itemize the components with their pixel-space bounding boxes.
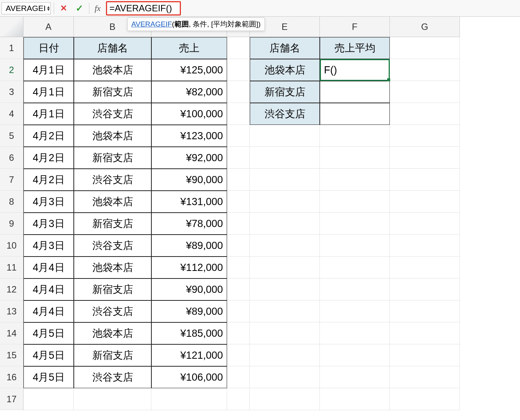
cell-sales[interactable]: ¥90,000 [151,169,227,191]
cell-store[interactable]: 渋谷支店 [74,366,151,388]
cell-date[interactable]: 4月2日 [23,147,74,169]
cell-e[interactable] [250,213,320,235]
cell-date[interactable]: 4月4日 [23,300,74,322]
cell-f[interactable] [320,125,390,147]
cell-sales[interactable]: ¥92,000 [151,147,227,169]
name-box-stepper[interactable]: ▴ ▾ [47,6,50,11]
cell-f[interactable] [320,147,390,169]
cell-store-right[interactable]: 渋谷支店 [250,103,320,125]
cell-blank[interactable] [320,388,390,410]
cell-sales[interactable]: ¥100,000 [151,103,227,125]
cell-date[interactable]: 4月1日 [23,59,74,81]
accept-button[interactable]: ✓ [73,2,86,14]
cell-date[interactable]: 4月5日 [23,366,74,388]
row-header-6[interactable]: 6 [0,147,23,169]
cell-d[interactable] [227,59,250,81]
col-header-a[interactable]: A [23,17,74,37]
header-date[interactable]: 日付 [23,37,74,59]
function-tooltip[interactable]: AVERAGEIF(範囲, 条件, [平均対象範囲]) [127,17,265,31]
cell-sales[interactable]: ¥89,000 [151,235,227,257]
cell-g[interactable] [390,191,460,213]
cell-d[interactable] [227,213,250,235]
cell-d[interactable] [227,322,250,344]
cell-f[interactable] [320,322,390,344]
cell-store[interactable]: 新宿支店 [74,213,151,235]
cell-d[interactable] [227,169,250,191]
formula-input[interactable] [109,3,177,14]
cell-date[interactable]: 4月5日 [23,344,74,366]
cell-store-right[interactable]: 新宿支店 [250,81,320,103]
cell-f[interactable] [320,235,390,257]
cell-e[interactable] [250,344,320,366]
cell-d[interactable] [227,344,250,366]
row-header-10[interactable]: 10 [0,235,23,257]
row-header-15[interactable]: 15 [0,344,23,366]
row-header-3[interactable]: 3 [0,81,23,103]
cell-sales[interactable]: ¥106,000 [151,366,227,388]
row-header-1[interactable]: 1 [0,37,23,59]
cell-blank[interactable] [151,388,227,410]
cell-e[interactable] [250,278,320,300]
cell-blank[interactable] [227,388,250,410]
cell-date[interactable]: 4月3日 [23,191,74,213]
cell-store[interactable]: 新宿支店 [74,344,151,366]
cell-g[interactable] [390,257,460,278]
cell-date[interactable]: 4月3日 [23,213,74,235]
row-header-13[interactable]: 13 [0,300,23,322]
cell-d[interactable] [227,300,250,322]
cell-sales[interactable]: ¥78,000 [151,213,227,235]
row-header-7[interactable]: 7 [0,169,23,191]
row-header-8[interactable]: 8 [0,191,23,213]
cell-store[interactable]: 池袋本店 [74,322,151,344]
cell-blank[interactable] [390,388,460,410]
cell-store[interactable]: 池袋本店 [74,59,151,81]
cell-store-right[interactable]: 池袋本店 [250,59,320,81]
cell-f[interactable] [320,278,390,300]
tooltip-arg-range[interactable]: 範囲 [174,20,189,28]
cell-e[interactable] [250,147,320,169]
cell-date[interactable]: 4月1日 [23,81,74,103]
name-box[interactable]: AVERAGEI ▴ ▾ [2,2,51,14]
cell-date[interactable]: 4月4日 [23,278,74,300]
cell-store[interactable]: 新宿支店 [74,81,151,103]
cell-f[interactable] [320,300,390,322]
cell-d[interactable] [227,278,250,300]
cell-f[interactable] [320,191,390,213]
select-all-corner[interactable] [0,17,23,37]
cell-g[interactable] [390,322,460,344]
cell-e[interactable] [250,322,320,344]
cell-d[interactable] [227,257,250,278]
cell-g[interactable] [390,344,460,366]
cell-date[interactable]: 4月4日 [23,257,74,278]
cell-g[interactable] [390,125,460,147]
cell-g[interactable] [390,366,460,388]
cell-store[interactable]: 渋谷支店 [74,235,151,257]
cell-g[interactable] [390,235,460,257]
cell-date[interactable]: 4月5日 [23,322,74,344]
cell-f[interactable] [320,344,390,366]
cell-sales[interactable]: ¥89,000 [151,300,227,322]
cell-store[interactable]: 池袋本店 [74,191,151,213]
header-avg[interactable]: 売上平均 [320,37,390,59]
active-cell-f2[interactable]: F() [320,59,390,81]
col-header-f[interactable]: F [320,17,390,37]
cell-d[interactable] [227,103,250,125]
cell-sales[interactable]: ¥125,000 [151,59,227,81]
cell-store[interactable]: 新宿支店 [74,147,151,169]
cell-g1[interactable] [390,37,460,59]
stepper-down-icon[interactable]: ▾ [47,8,50,11]
cell-d[interactable] [227,235,250,257]
cell-g[interactable] [390,213,460,235]
row-header-4[interactable]: 4 [0,103,23,125]
cell-e[interactable] [250,257,320,278]
cell-date[interactable]: 4月2日 [23,169,74,191]
tooltip-arg-avgrange[interactable]: [平均対象範囲] [211,20,258,28]
cell-e[interactable] [250,366,320,388]
row-header-17[interactable]: 17 [0,388,23,410]
cell-e[interactable] [250,125,320,147]
cell-g[interactable] [390,147,460,169]
cell-sales[interactable]: ¥112,000 [151,257,227,278]
tooltip-arg-criteria[interactable]: 条件 [193,20,207,28]
row-header-2[interactable]: 2 [0,59,23,81]
header-store-right[interactable]: 店舗名 [250,37,320,59]
